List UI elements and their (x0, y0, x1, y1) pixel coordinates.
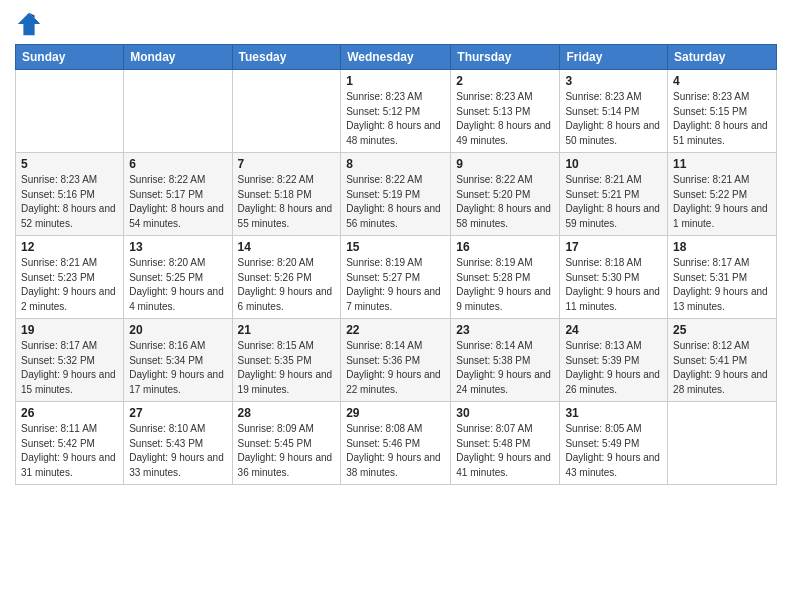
calendar-cell: 1Sunrise: 8:23 AM Sunset: 5:12 PM Daylig… (341, 70, 451, 153)
day-info: Sunrise: 8:12 AM Sunset: 5:41 PM Dayligh… (673, 339, 771, 397)
day-number: 26 (21, 406, 118, 420)
calendar-cell: 31Sunrise: 8:05 AM Sunset: 5:49 PM Dayli… (560, 402, 668, 485)
day-number: 20 (129, 323, 226, 337)
calendar-header-tuesday: Tuesday (232, 45, 341, 70)
calendar-cell: 6Sunrise: 8:22 AM Sunset: 5:17 PM Daylig… (124, 153, 232, 236)
day-info: Sunrise: 8:14 AM Sunset: 5:36 PM Dayligh… (346, 339, 445, 397)
calendar-table: SundayMondayTuesdayWednesdayThursdayFrid… (15, 44, 777, 485)
calendar-cell: 17Sunrise: 8:18 AM Sunset: 5:30 PM Dayli… (560, 236, 668, 319)
calendar-cell: 9Sunrise: 8:22 AM Sunset: 5:20 PM Daylig… (451, 153, 560, 236)
calendar-cell: 19Sunrise: 8:17 AM Sunset: 5:32 PM Dayli… (16, 319, 124, 402)
calendar-cell: 27Sunrise: 8:10 AM Sunset: 5:43 PM Dayli… (124, 402, 232, 485)
calendar-cell: 30Sunrise: 8:07 AM Sunset: 5:48 PM Dayli… (451, 402, 560, 485)
day-info: Sunrise: 8:23 AM Sunset: 5:14 PM Dayligh… (565, 90, 662, 148)
calendar-week-2: 5Sunrise: 8:23 AM Sunset: 5:16 PM Daylig… (16, 153, 777, 236)
day-info: Sunrise: 8:23 AM Sunset: 5:16 PM Dayligh… (21, 173, 118, 231)
header (15, 10, 777, 38)
calendar-cell (668, 402, 777, 485)
day-info: Sunrise: 8:11 AM Sunset: 5:42 PM Dayligh… (21, 422, 118, 480)
calendar-cell: 4Sunrise: 8:23 AM Sunset: 5:15 PM Daylig… (668, 70, 777, 153)
day-info: Sunrise: 8:08 AM Sunset: 5:46 PM Dayligh… (346, 422, 445, 480)
calendar-cell: 10Sunrise: 8:21 AM Sunset: 5:21 PM Dayli… (560, 153, 668, 236)
day-info: Sunrise: 8:13 AM Sunset: 5:39 PM Dayligh… (565, 339, 662, 397)
calendar-cell: 13Sunrise: 8:20 AM Sunset: 5:25 PM Dayli… (124, 236, 232, 319)
calendar-cell: 23Sunrise: 8:14 AM Sunset: 5:38 PM Dayli… (451, 319, 560, 402)
day-number: 29 (346, 406, 445, 420)
calendar-cell: 11Sunrise: 8:21 AM Sunset: 5:22 PM Dayli… (668, 153, 777, 236)
day-info: Sunrise: 8:18 AM Sunset: 5:30 PM Dayligh… (565, 256, 662, 314)
day-info: Sunrise: 8:23 AM Sunset: 5:12 PM Dayligh… (346, 90, 445, 148)
svg-marker-0 (18, 13, 40, 35)
day-number: 24 (565, 323, 662, 337)
day-number: 27 (129, 406, 226, 420)
calendar-cell: 26Sunrise: 8:11 AM Sunset: 5:42 PM Dayli… (16, 402, 124, 485)
day-number: 16 (456, 240, 554, 254)
day-number: 6 (129, 157, 226, 171)
day-number: 9 (456, 157, 554, 171)
day-info: Sunrise: 8:23 AM Sunset: 5:13 PM Dayligh… (456, 90, 554, 148)
calendar-week-1: 1Sunrise: 8:23 AM Sunset: 5:12 PM Daylig… (16, 70, 777, 153)
calendar-cell: 12Sunrise: 8:21 AM Sunset: 5:23 PM Dayli… (16, 236, 124, 319)
day-info: Sunrise: 8:19 AM Sunset: 5:27 PM Dayligh… (346, 256, 445, 314)
calendar-cell: 18Sunrise: 8:17 AM Sunset: 5:31 PM Dayli… (668, 236, 777, 319)
day-number: 21 (238, 323, 336, 337)
calendar-week-3: 12Sunrise: 8:21 AM Sunset: 5:23 PM Dayli… (16, 236, 777, 319)
day-info: Sunrise: 8:05 AM Sunset: 5:49 PM Dayligh… (565, 422, 662, 480)
calendar-header-monday: Monday (124, 45, 232, 70)
calendar-cell: 15Sunrise: 8:19 AM Sunset: 5:27 PM Dayli… (341, 236, 451, 319)
day-number: 8 (346, 157, 445, 171)
calendar-cell: 25Sunrise: 8:12 AM Sunset: 5:41 PM Dayli… (668, 319, 777, 402)
day-info: Sunrise: 8:22 AM Sunset: 5:19 PM Dayligh… (346, 173, 445, 231)
day-info: Sunrise: 8:22 AM Sunset: 5:17 PM Dayligh… (129, 173, 226, 231)
day-info: Sunrise: 8:20 AM Sunset: 5:25 PM Dayligh… (129, 256, 226, 314)
calendar-cell (16, 70, 124, 153)
day-info: Sunrise: 8:07 AM Sunset: 5:48 PM Dayligh… (456, 422, 554, 480)
day-info: Sunrise: 8:21 AM Sunset: 5:22 PM Dayligh… (673, 173, 771, 231)
calendar-header-sunday: Sunday (16, 45, 124, 70)
day-number: 14 (238, 240, 336, 254)
calendar-cell (232, 70, 341, 153)
day-number: 15 (346, 240, 445, 254)
day-info: Sunrise: 8:09 AM Sunset: 5:45 PM Dayligh… (238, 422, 336, 480)
logo-icon (15, 10, 43, 38)
day-number: 22 (346, 323, 445, 337)
day-number: 11 (673, 157, 771, 171)
calendar-cell: 29Sunrise: 8:08 AM Sunset: 5:46 PM Dayli… (341, 402, 451, 485)
day-number: 5 (21, 157, 118, 171)
day-number: 12 (21, 240, 118, 254)
day-info: Sunrise: 8:22 AM Sunset: 5:18 PM Dayligh… (238, 173, 336, 231)
day-number: 1 (346, 74, 445, 88)
day-info: Sunrise: 8:20 AM Sunset: 5:26 PM Dayligh… (238, 256, 336, 314)
day-number: 19 (21, 323, 118, 337)
calendar-cell: 8Sunrise: 8:22 AM Sunset: 5:19 PM Daylig… (341, 153, 451, 236)
calendar-cell: 24Sunrise: 8:13 AM Sunset: 5:39 PM Dayli… (560, 319, 668, 402)
day-number: 30 (456, 406, 554, 420)
calendar-header-friday: Friday (560, 45, 668, 70)
day-number: 4 (673, 74, 771, 88)
day-number: 31 (565, 406, 662, 420)
day-number: 7 (238, 157, 336, 171)
day-number: 23 (456, 323, 554, 337)
calendar-cell: 5Sunrise: 8:23 AM Sunset: 5:16 PM Daylig… (16, 153, 124, 236)
calendar-header-wednesday: Wednesday (341, 45, 451, 70)
calendar-cell: 2Sunrise: 8:23 AM Sunset: 5:13 PM Daylig… (451, 70, 560, 153)
day-info: Sunrise: 8:17 AM Sunset: 5:32 PM Dayligh… (21, 339, 118, 397)
logo (15, 10, 47, 38)
calendar-cell: 28Sunrise: 8:09 AM Sunset: 5:45 PM Dayli… (232, 402, 341, 485)
day-number: 17 (565, 240, 662, 254)
day-info: Sunrise: 8:10 AM Sunset: 5:43 PM Dayligh… (129, 422, 226, 480)
day-info: Sunrise: 8:23 AM Sunset: 5:15 PM Dayligh… (673, 90, 771, 148)
day-number: 18 (673, 240, 771, 254)
day-info: Sunrise: 8:17 AM Sunset: 5:31 PM Dayligh… (673, 256, 771, 314)
day-info: Sunrise: 8:21 AM Sunset: 5:21 PM Dayligh… (565, 173, 662, 231)
calendar-header-thursday: Thursday (451, 45, 560, 70)
day-number: 10 (565, 157, 662, 171)
day-info: Sunrise: 8:14 AM Sunset: 5:38 PM Dayligh… (456, 339, 554, 397)
day-info: Sunrise: 8:21 AM Sunset: 5:23 PM Dayligh… (21, 256, 118, 314)
calendar-cell: 7Sunrise: 8:22 AM Sunset: 5:18 PM Daylig… (232, 153, 341, 236)
calendar-week-5: 26Sunrise: 8:11 AM Sunset: 5:42 PM Dayli… (16, 402, 777, 485)
calendar-cell: 22Sunrise: 8:14 AM Sunset: 5:36 PM Dayli… (341, 319, 451, 402)
day-info: Sunrise: 8:19 AM Sunset: 5:28 PM Dayligh… (456, 256, 554, 314)
calendar-week-4: 19Sunrise: 8:17 AM Sunset: 5:32 PM Dayli… (16, 319, 777, 402)
calendar-cell: 16Sunrise: 8:19 AM Sunset: 5:28 PM Dayli… (451, 236, 560, 319)
